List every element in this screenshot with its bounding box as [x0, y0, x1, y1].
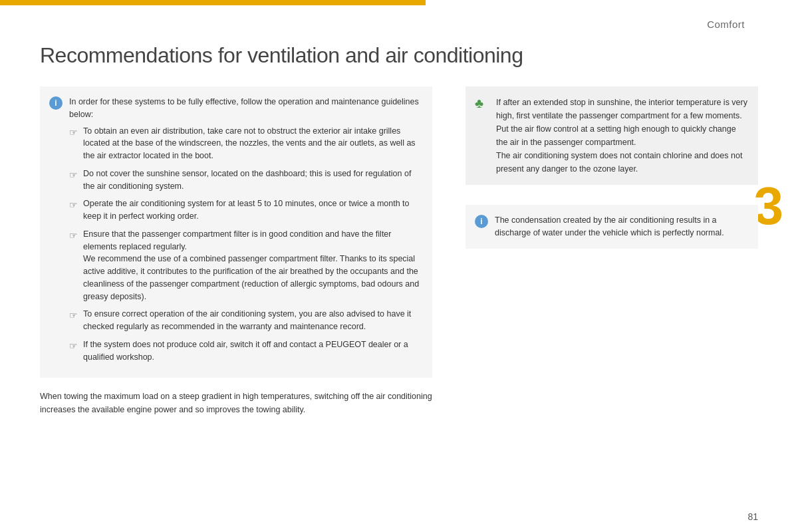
list-item: ☞ If the system does not produce cold ai… [69, 338, 422, 364]
bullet-arrow-icon: ☞ [69, 229, 78, 303]
bullet-text-5: To ensure correct operation of the air c… [83, 308, 422, 333]
bullet-arrow-icon: ☞ [69, 309, 78, 333]
list-item: ☞ Operate the air conditioning system fo… [69, 198, 422, 223]
clover-icon: ♣ [475, 96, 489, 111]
content-area: i In order for these systems to be fully… [0, 86, 798, 505]
bullet-list: ☞ To obtain an even air distribution, ta… [69, 125, 422, 364]
right-column: ♣ If after an extended stop in sunshine,… [452, 86, 758, 505]
bullet-arrow-icon: ☞ [69, 168, 78, 193]
left-column: i In order for these systems to be fully… [40, 86, 452, 505]
bullet-text-2: Do not cover the sunshine sensor, locate… [83, 168, 422, 193]
info-box-content: In order for these systems to be fully e… [69, 96, 422, 368]
condensation-info-content: The condensation created by the air cond… [495, 214, 747, 239]
clover-box-content: If after an extended stop in sunshine, t… [496, 96, 747, 176]
condensation-text: The condensation created by the air cond… [495, 215, 724, 237]
bullet-text-1: To obtain an even air distribution, take… [83, 125, 422, 162]
section-label: Comfort [707, 19, 745, 30]
list-item: ☞ Ensure that the passenger compartment … [69, 228, 422, 303]
bullet-text-6: If the system does not produce cold air,… [83, 338, 422, 364]
page-number: 81 [747, 511, 758, 522]
towing-note: When towing the maximum load on a steep … [40, 390, 432, 416]
list-item: ☞ To obtain an even air distribution, ta… [69, 125, 422, 162]
bullet-arrow-icon: ☞ [69, 198, 78, 223]
condensation-info-box: i The condensation created by the air co… [466, 205, 758, 249]
info-icon: i [49, 96, 63, 110]
bullet-arrow-icon: ☞ [69, 126, 78, 162]
bullet-text-3: Operate the air conditioning system for … [83, 198, 422, 223]
clover-warning-box: ♣ If after an extended stop in sunshine,… [466, 86, 758, 185]
main-info-box: i In order for these systems to be fully… [40, 86, 432, 378]
bullet-text-4: Ensure that the passenger compartment fi… [83, 228, 422, 303]
top-accent-bar [0, 0, 426, 5]
list-item: ☞ Do not cover the sunshine sensor, loca… [69, 168, 422, 193]
info-icon-2: i [475, 215, 488, 228]
list-item: ☞ To ensure correct operation of the air… [69, 308, 422, 333]
page-title: Recommendations for ventilation and air … [40, 43, 523, 68]
info-intro: In order for these systems to be fully e… [69, 96, 422, 121]
bullet-arrow-icon: ☞ [69, 339, 78, 364]
